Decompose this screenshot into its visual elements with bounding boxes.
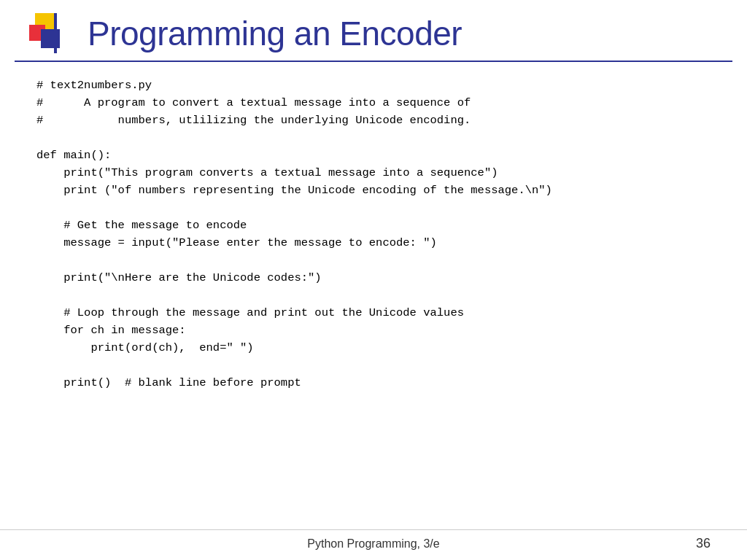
slide-title: Programming an Encoder — [88, 14, 462, 53]
code-block: # text2numbers.py # A program to convert… — [36, 77, 711, 392]
logo-icon — [29, 13, 73, 53]
footer-page-number: 36 — [652, 536, 711, 551]
slide-content: # text2numbers.py # A program to convert… — [0, 62, 747, 529]
logo-blue-square — [41, 29, 60, 48]
footer-title: Python Programming, 3/e — [307, 537, 439, 551]
logo-vertical-bar — [54, 13, 57, 53]
slide-header: Programming an Encoder — [0, 0, 747, 61]
slide-footer: Python Programming, 3/e 36 — [0, 529, 747, 560]
slide: Programming an Encoder # text2numbers.py… — [0, 0, 747, 560]
